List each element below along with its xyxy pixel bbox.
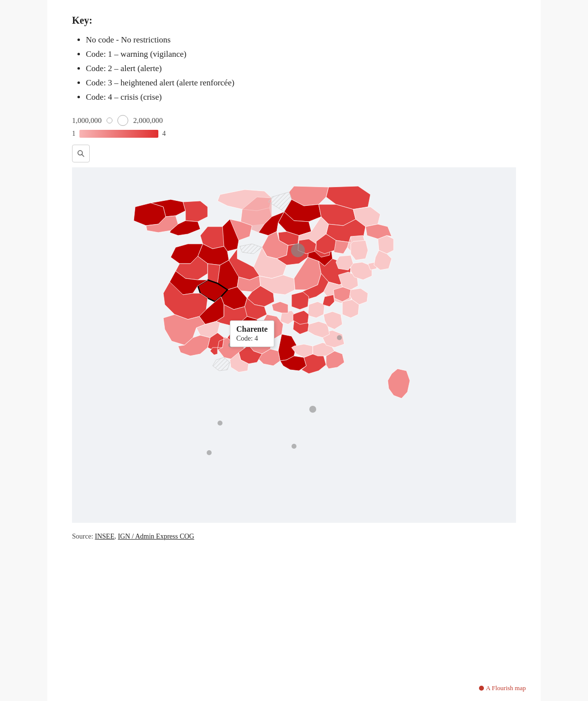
flourish-dot-icon — [479, 686, 484, 691]
key-item-0: No code - No restrictions — [86, 33, 516, 47]
circle-small-icon — [107, 117, 112, 123]
color-gradient-bar — [79, 130, 158, 138]
main-container: Key: No code - No restrictions Code: 1 –… — [47, 0, 541, 701]
source-link-ign[interactable]: IGN / Admin Express COG — [118, 533, 194, 540]
key-item-4: Code: 4 – crisis (crise) — [86, 90, 516, 105]
key-list: No code - No restrictions Code: 1 – warn… — [72, 33, 516, 104]
pop-dot-nantes — [228, 343, 233, 348]
color-min-label: 1 — [72, 130, 75, 138]
size-label-large: 2,000,000 — [133, 117, 163, 125]
source-link-insee[interactable]: INSEE — [95, 533, 114, 540]
key-item-2: Code: 2 – alert (alerte) — [86, 62, 516, 76]
pop-dot-nice — [292, 444, 296, 449]
source-separator: , — [114, 533, 118, 540]
size-legend: 1,000,000 2,000,000 — [72, 115, 516, 126]
pop-dot-marseille — [207, 450, 212, 455]
pop-dot-lyon — [337, 335, 342, 340]
map-container[interactable]: Charente Code: 4 — [72, 167, 516, 523]
france-map — [72, 167, 516, 523]
source-row: Source: INSEE, IGN / Admin Express COG — [72, 533, 516, 541]
pop-dot-bordeaux — [309, 406, 316, 413]
color-bar-legend: 1 4 — [72, 130, 516, 138]
flourish-badge: A Flourish map — [479, 684, 526, 692]
key-section: Key: No code - No restrictions Code: 1 –… — [72, 15, 516, 104]
key-title: Key: — [72, 15, 516, 26]
circle-large-icon — [117, 115, 128, 126]
key-item-3: Code: 3 – heightened alert (alerte renfo… — [86, 76, 516, 90]
key-item-1: Code: 1 – warning (vigilance) — [86, 47, 516, 62]
region-north[interactable] — [134, 186, 410, 398]
pop-dot-toulouse — [218, 421, 222, 426]
color-max-label: 4 — [162, 130, 166, 138]
pop-dot-paris — [291, 243, 305, 257]
svg-line-1 — [82, 155, 84, 156]
search-button[interactable] — [72, 145, 90, 162]
source-prefix: Source: — [72, 533, 95, 540]
size-label-small: 1,000,000 — [72, 117, 102, 125]
search-icon — [77, 150, 85, 157]
flourish-label: A Flourish map — [486, 684, 526, 692]
